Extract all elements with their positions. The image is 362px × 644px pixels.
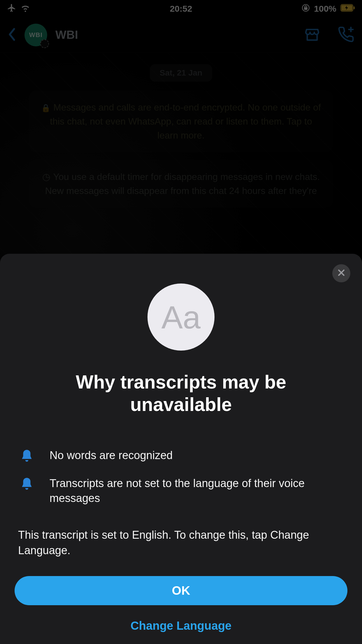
sheet-title: Why transcripts may be unavailable bbox=[23, 371, 339, 416]
storefront-icon[interactable] bbox=[304, 26, 321, 44]
reason-item: No words are recognized bbox=[15, 448, 347, 463]
encryption-notice[interactable]: 🔒Messages and calls are end-to-end encry… bbox=[29, 90, 333, 152]
reason-text: No words are recognized bbox=[50, 448, 173, 463]
chat-body: Sat, 21 Jan 🔒Messages and calls are end-… bbox=[0, 52, 362, 644]
language-hint: This transcript is set to English. To ch… bbox=[15, 519, 347, 558]
svg-rect-4 bbox=[354, 6, 355, 9]
new-call-icon[interactable] bbox=[338, 26, 354, 44]
contact-avatar[interactable]: WBI bbox=[24, 24, 47, 46]
orientation-lock-icon bbox=[302, 4, 310, 14]
timer-icon: ◷ bbox=[42, 172, 50, 182]
back-button[interactable] bbox=[8, 27, 16, 43]
change-language-button[interactable]: Change Language bbox=[15, 619, 347, 632]
wifi-icon bbox=[20, 3, 30, 15]
battery-percentage: 100% bbox=[314, 4, 336, 14]
battery-charging-icon bbox=[340, 4, 355, 14]
lock-icon: 🔒 bbox=[41, 104, 50, 112]
close-icon bbox=[337, 268, 346, 278]
ok-button-label: OK bbox=[172, 584, 190, 598]
reason-text: Transcripts are not set to the language … bbox=[50, 476, 344, 506]
svg-rect-1 bbox=[305, 7, 307, 9]
aa-graphic: Aa bbox=[147, 284, 215, 351]
status-time: 20:52 bbox=[170, 4, 192, 14]
transcript-unavailable-sheet: Aa Why transcripts may be unavailable No… bbox=[0, 254, 362, 644]
avatar-text: WBI bbox=[29, 31, 43, 39]
disappearing-notice[interactable]: ◷You use a default timer for disappearin… bbox=[29, 160, 333, 208]
status-bar: 20:52 100% bbox=[0, 0, 362, 18]
bell-icon bbox=[18, 448, 36, 463]
chat-header: WBI WBI bbox=[0, 18, 362, 52]
reason-item: Transcripts are not set to the language … bbox=[15, 476, 347, 506]
disappearing-notice-text: You use a default timer for disappearing… bbox=[45, 172, 320, 196]
change-language-label: Change Language bbox=[131, 619, 232, 632]
date-separator: Sat, 21 Jan bbox=[150, 64, 212, 82]
ok-button[interactable]: OK bbox=[15, 576, 347, 605]
bell-icon bbox=[18, 476, 36, 491]
close-button[interactable] bbox=[332, 264, 350, 282]
aa-glyph: Aa bbox=[161, 299, 201, 336]
airplane-mode-icon bbox=[7, 3, 16, 15]
encryption-notice-text: Messages and calls are end-to-end encryp… bbox=[50, 102, 321, 141]
contact-name[interactable]: WBI bbox=[55, 28, 78, 41]
disappearing-timer-badge-icon bbox=[40, 39, 49, 48]
